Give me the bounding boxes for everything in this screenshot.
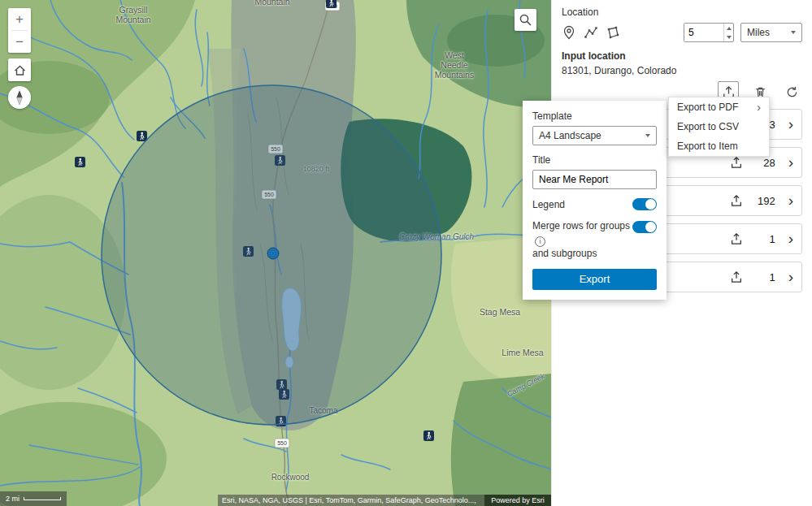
- compass-button[interactable]: [8, 86, 31, 109]
- unit-select[interactable]: Miles: [740, 23, 802, 42]
- legend-toggle[interactable]: [632, 198, 657, 210]
- legend-label: Legend: [532, 199, 565, 210]
- title-input[interactable]: [539, 174, 650, 185]
- chevron-right-icon: ›: [788, 116, 793, 132]
- zoom-in-button[interactable]: +: [8, 8, 31, 30]
- result-count: 28: [756, 157, 775, 169]
- merge-label-line1: Merge rows for groups: [532, 220, 630, 231]
- map-label-rockwood: Rockwood: [262, 473, 319, 482]
- map-label-tacoma: Tacoma: [299, 406, 348, 416]
- refresh-button[interactable]: [781, 81, 802, 102]
- compass-needle-icon: [8, 86, 31, 109]
- scale-bar-rule: [24, 497, 61, 500]
- location-tools-row: Miles: [562, 23, 802, 42]
- zoom-out-button[interactable]: −: [8, 31, 31, 53]
- chevron-up-icon: [727, 27, 732, 30]
- menu-item-export-csv[interactable]: Export to CSV: [669, 117, 769, 136]
- scale-bar: 2 mi: [0, 491, 67, 506]
- export-submit-button[interactable]: Export: [532, 269, 657, 290]
- map-label-crazy-woman-gulch: Crazy Woman Gulch: [367, 232, 506, 242]
- chevron-right-icon: ›: [788, 192, 793, 208]
- powered-by-esri: Powered by Esri: [484, 495, 551, 506]
- stepper-up-button[interactable]: [724, 24, 733, 32]
- menu-item-label: Export to PDF: [677, 102, 738, 113]
- menu-item-export-pdf[interactable]: Export to PDF ›: [669, 97, 769, 117]
- input-location-label: Input location: [562, 50, 802, 62]
- result-count: 192: [756, 195, 775, 207]
- home-button[interactable]: [8, 58, 31, 81]
- merge-toggle[interactable]: [632, 221, 657, 233]
- map-label-graysill: Graysill Mountain: [107, 5, 159, 24]
- template-select-value: A4 Landscape: [539, 130, 601, 141]
- merge-label-line2: and subgroups: [532, 248, 597, 259]
- map-search-button[interactable]: [515, 9, 536, 31]
- chevron-down-icon: [727, 36, 732, 39]
- svg-text:550: 550: [277, 440, 287, 446]
- sketch-tools: [562, 25, 620, 40]
- map-label-stag-mesa: Stag Mesa: [471, 307, 528, 317]
- title-input-wrap: [532, 170, 657, 189]
- row-export-icon[interactable]: [730, 194, 743, 207]
- chevron-right-icon: ›: [788, 154, 793, 170]
- chevron-right-icon: ›: [788, 269, 793, 284]
- map-label-elevation: 10820 ft: [294, 164, 338, 174]
- map-attribution: Esri, NASA, NGA, USGS | Esri, TomTom, Ga…: [218, 495, 484, 506]
- stepper-down-button[interactable]: [724, 32, 733, 41]
- template-select[interactable]: A4 Landscape: [532, 126, 657, 145]
- location-label: Location: [562, 6, 802, 18]
- svg-text:550: 550: [264, 192, 274, 197]
- scale-bar-label: 2 mi: [6, 495, 20, 503]
- map-label-west-needle: West Needle Mountains: [431, 50, 478, 80]
- row-export-icon[interactable]: [730, 232, 743, 245]
- template-label: Template: [532, 110, 657, 122]
- chevron-down-icon: [791, 31, 796, 34]
- near-me-app: 550 550 550 550 Graysill: [0, 0, 812, 506]
- polygon-tool-icon[interactable]: [606, 25, 620, 40]
- chevron-down-icon: [645, 134, 650, 137]
- title-label: Title: [532, 154, 657, 166]
- refresh-icon: [785, 85, 799, 99]
- polyline-tool-icon[interactable]: [584, 25, 598, 40]
- export-context-menu: Export to PDF › Export to CSV Export to …: [668, 97, 770, 157]
- merge-toggle-row: Merge rows for groupsi and subgroups: [532, 219, 657, 260]
- unit-select-value: Miles: [747, 27, 770, 38]
- info-icon[interactable]: i: [535, 236, 545, 247]
- distance-input[interactable]: [684, 24, 723, 41]
- menu-item-export-item[interactable]: Export to Item: [669, 136, 769, 156]
- map-label-mountain: Mountain: [244, 0, 301, 6]
- search-icon: [519, 13, 532, 27]
- map[interactable]: 550 550 550 550 Graysill: [0, 0, 551, 506]
- pin-tool-icon[interactable]: [562, 25, 576, 40]
- home-icon: [12, 63, 28, 78]
- zoom-control: + −: [8, 8, 31, 53]
- export-dialog: Template A4 Landscape Title Legend Merge…: [523, 101, 667, 300]
- result-count: 1: [756, 233, 775, 245]
- input-location-value: 81301, Durango, Colorado: [562, 65, 802, 76]
- submenu-chevron-icon: ›: [757, 101, 761, 114]
- chevron-right-icon: ›: [788, 231, 793, 246]
- menu-item-label: Export to Item: [677, 141, 738, 152]
- svg-text:550: 550: [271, 146, 280, 152]
- distance-stepper: [723, 24, 733, 41]
- legend-toggle-row: Legend: [532, 198, 657, 210]
- row-export-icon[interactable]: [730, 156, 743, 169]
- merge-label: Merge rows for groupsi and subgroups: [532, 219, 632, 260]
- result-count: 1: [756, 271, 775, 283]
- map-label-lime-mesa: Lime Mesa: [494, 348, 551, 357]
- menu-item-label: Export to CSV: [677, 121, 739, 132]
- row-export-icon[interactable]: [730, 270, 743, 283]
- distance-input-group: [684, 23, 734, 42]
